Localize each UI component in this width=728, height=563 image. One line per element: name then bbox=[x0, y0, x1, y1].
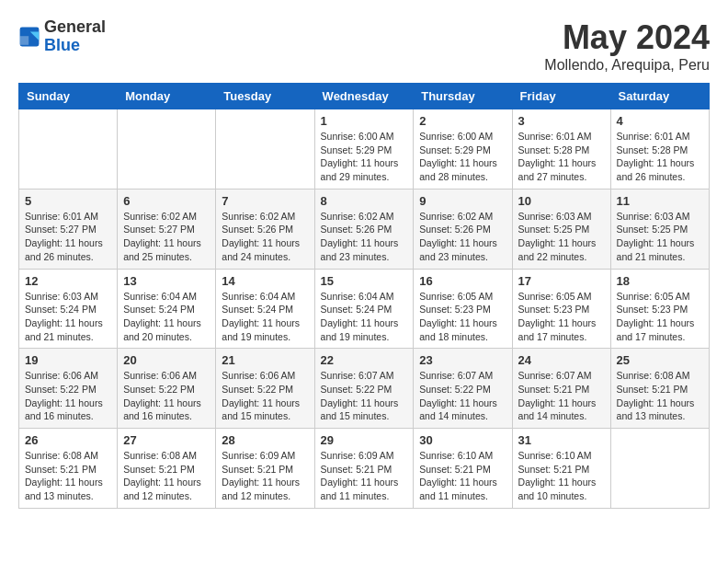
day-number: 5 bbox=[25, 194, 111, 208]
day-info-line: Sunrise: 6:01 AM bbox=[617, 130, 703, 144]
day-number: 10 bbox=[518, 194, 605, 208]
month-title: May 2024 bbox=[544, 18, 710, 57]
day-info-line: Sunset: 5:22 PM bbox=[321, 383, 408, 396]
day-info-line: and 25 minutes. bbox=[123, 250, 210, 264]
day-info-line: Sunrise: 6:01 AM bbox=[518, 130, 605, 144]
day-info-line: Sunrise: 6:00 AM bbox=[321, 130, 408, 144]
day-number: 1 bbox=[321, 114, 408, 128]
day-info-line: Sunset: 5:27 PM bbox=[123, 223, 210, 236]
day-info-line: Sunset: 5:27 PM bbox=[25, 223, 111, 236]
calendar-day-cell: 17Sunrise: 6:05 AMSunset: 5:23 PMDayligh… bbox=[512, 269, 610, 349]
day-info-line: Daylight: 11 hours bbox=[222, 236, 308, 250]
day-info-line: Daylight: 11 hours bbox=[25, 396, 111, 410]
day-info-line: Daylight: 11 hours bbox=[321, 156, 408, 170]
day-number: 2 bbox=[419, 114, 506, 128]
day-info-line: Daylight: 11 hours bbox=[518, 396, 605, 410]
day-info-line: Daylight: 11 hours bbox=[518, 476, 605, 489]
day-number: 11 bbox=[617, 194, 703, 208]
day-info-line: Sunset: 5:24 PM bbox=[222, 303, 308, 316]
day-info-line: and 21 minutes. bbox=[25, 330, 111, 344]
day-info-line: Sunrise: 6:03 AM bbox=[518, 210, 605, 224]
day-info-line: Sunrise: 6:02 AM bbox=[123, 210, 210, 224]
day-info-line: and 16 minutes. bbox=[25, 409, 111, 423]
calendar-day-cell: 24Sunrise: 6:07 AMSunset: 5:21 PMDayligh… bbox=[512, 349, 610, 429]
day-info-line: Sunrise: 6:06 AM bbox=[123, 369, 210, 383]
calendar-day-cell: 2Sunrise: 6:00 AMSunset: 5:29 PMDaylight… bbox=[414, 109, 512, 190]
day-info-line: Daylight: 11 hours bbox=[123, 316, 210, 330]
day-info-line: Daylight: 11 hours bbox=[321, 236, 408, 250]
day-number: 9 bbox=[419, 194, 506, 208]
day-info-line: Sunset: 5:26 PM bbox=[222, 223, 308, 236]
day-info-line: and 15 minutes. bbox=[321, 409, 408, 423]
day-info-line: Daylight: 11 hours bbox=[123, 236, 210, 250]
day-of-week-header: Tuesday bbox=[216, 84, 314, 109]
calendar-day-cell: 29Sunrise: 6:09 AMSunset: 5:21 PMDayligh… bbox=[314, 429, 414, 509]
day-info-line: Daylight: 11 hours bbox=[518, 316, 605, 330]
day-info-line: and 13 minutes. bbox=[25, 489, 111, 503]
day-of-week-header: Thursday bbox=[414, 84, 512, 109]
day-number: 26 bbox=[25, 433, 111, 447]
day-info-line: Sunrise: 6:05 AM bbox=[518, 290, 605, 304]
day-info-line: and 22 minutes. bbox=[518, 250, 605, 264]
day-info-line: Sunset: 5:21 PM bbox=[518, 463, 605, 477]
day-number: 4 bbox=[617, 114, 703, 128]
header: General Blue May 2024 Mollendo, Arequipa… bbox=[18, 18, 710, 74]
calendar-day-cell: 16Sunrise: 6:05 AMSunset: 5:23 PMDayligh… bbox=[414, 269, 512, 349]
calendar-day-cell: 21Sunrise: 6:06 AMSunset: 5:22 PMDayligh… bbox=[216, 349, 314, 429]
day-info-line: and 20 minutes. bbox=[123, 330, 210, 344]
day-info-line: and 14 minutes. bbox=[518, 409, 605, 423]
calendar-day-cell: 23Sunrise: 6:07 AMSunset: 5:22 PMDayligh… bbox=[414, 349, 512, 429]
day-info-line: Sunrise: 6:10 AM bbox=[518, 449, 605, 463]
calendar-week-row: 1Sunrise: 6:00 AMSunset: 5:29 PMDaylight… bbox=[19, 109, 710, 190]
calendar-day-cell: 4Sunrise: 6:01 AMSunset: 5:28 PMDaylight… bbox=[610, 109, 709, 190]
day-info-line: and 13 minutes. bbox=[617, 409, 703, 423]
day-info-line: Sunrise: 6:04 AM bbox=[222, 290, 308, 304]
day-info-line: and 18 minutes. bbox=[419, 330, 506, 344]
day-info-line: Sunrise: 6:05 AM bbox=[419, 290, 506, 304]
day-info-line: Daylight: 11 hours bbox=[419, 236, 506, 250]
day-info-line: and 11 minutes. bbox=[321, 489, 408, 503]
day-info-line: Sunrise: 6:04 AM bbox=[123, 290, 210, 304]
location-title: Mollendo, Arequipa, Peru bbox=[544, 57, 710, 74]
calendar-day-cell: 28Sunrise: 6:09 AMSunset: 5:21 PMDayligh… bbox=[216, 429, 314, 509]
day-info-line: and 14 minutes. bbox=[419, 409, 506, 423]
day-info-line: Daylight: 11 hours bbox=[321, 476, 408, 489]
day-info-line: Sunset: 5:21 PM bbox=[518, 383, 605, 396]
day-info-line: and 28 minutes. bbox=[419, 170, 506, 184]
day-number: 20 bbox=[123, 353, 210, 367]
day-info-line: and 27 minutes. bbox=[518, 170, 605, 184]
calendar-day-cell: 12Sunrise: 6:03 AMSunset: 5:24 PMDayligh… bbox=[19, 269, 118, 349]
day-info-line: Sunrise: 6:00 AM bbox=[419, 130, 506, 144]
day-info-line: Sunrise: 6:08 AM bbox=[123, 449, 210, 463]
day-of-week-header: Monday bbox=[118, 84, 216, 109]
day-info-line: Daylight: 11 hours bbox=[617, 236, 703, 250]
day-info-line: Sunset: 5:22 PM bbox=[25, 383, 111, 396]
day-info-line: and 29 minutes. bbox=[321, 170, 408, 184]
day-info-line: Sunset: 5:23 PM bbox=[617, 303, 703, 316]
day-info-line: Sunset: 5:28 PM bbox=[518, 144, 605, 157]
day-number: 17 bbox=[518, 274, 605, 288]
day-info-line: Sunset: 5:21 PM bbox=[321, 463, 408, 477]
day-info-line: Daylight: 11 hours bbox=[617, 156, 703, 170]
day-info-line: Sunset: 5:21 PM bbox=[25, 463, 111, 477]
day-info-line: Sunset: 5:21 PM bbox=[419, 463, 506, 477]
day-number: 24 bbox=[518, 353, 605, 367]
day-info-line: and 24 minutes. bbox=[222, 250, 308, 264]
day-number: 13 bbox=[123, 274, 210, 288]
day-info-line: Sunrise: 6:08 AM bbox=[25, 449, 111, 463]
day-info-line: Sunset: 5:24 PM bbox=[123, 303, 210, 316]
day-number: 8 bbox=[321, 194, 408, 208]
calendar-day-cell: 25Sunrise: 6:08 AMSunset: 5:21 PMDayligh… bbox=[610, 349, 709, 429]
day-info-line: and 12 minutes. bbox=[123, 489, 210, 503]
day-info-line: Daylight: 11 hours bbox=[518, 236, 605, 250]
day-info-line: and 17 minutes. bbox=[617, 330, 703, 344]
day-info-line: Sunset: 5:25 PM bbox=[617, 223, 703, 236]
day-info-line: Sunset: 5:23 PM bbox=[518, 303, 605, 316]
day-info-line: Daylight: 11 hours bbox=[25, 236, 111, 250]
day-info-line: Sunset: 5:25 PM bbox=[518, 223, 605, 236]
day-info-line: Sunset: 5:22 PM bbox=[222, 383, 308, 396]
calendar-week-row: 26Sunrise: 6:08 AMSunset: 5:21 PMDayligh… bbox=[19, 429, 710, 509]
calendar-day-cell: 20Sunrise: 6:06 AMSunset: 5:22 PMDayligh… bbox=[118, 349, 216, 429]
day-number: 19 bbox=[25, 353, 111, 367]
day-info-line: Daylight: 11 hours bbox=[617, 316, 703, 330]
